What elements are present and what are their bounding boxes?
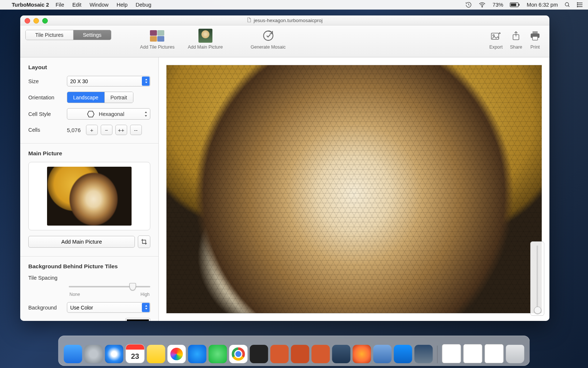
orientation-portrait[interactable]: Portrait bbox=[105, 92, 133, 103]
cellstyle-value: Hexagonal bbox=[99, 111, 124, 117]
window-zoom-button[interactable] bbox=[42, 18, 48, 24]
menu-debug[interactable]: Debug bbox=[136, 2, 151, 8]
cells-minus[interactable]: − bbox=[101, 125, 112, 135]
svg-point-11 bbox=[577, 6, 578, 7]
mode-segmented-control: Tile Pictures Settings bbox=[25, 30, 111, 40]
dock-doc-2[interactable] bbox=[463, 344, 483, 363]
battery-icon[interactable] bbox=[510, 2, 520, 7]
dock-app-p3[interactable] bbox=[312, 345, 330, 363]
add-main-picture-label: Add Main Picture bbox=[188, 45, 223, 50]
section-layout: Layout Size 20 X 30 Orientation Land bbox=[20, 57, 158, 144]
tab-tile-pictures[interactable]: Tile Pictures bbox=[26, 30, 74, 40]
zoom-slider[interactable] bbox=[530, 241, 544, 316]
app-name[interactable]: TurboMosaic 2 bbox=[12, 2, 49, 8]
background-mode-select[interactable]: Use Color bbox=[67, 302, 150, 313]
svg-point-9 bbox=[577, 3, 578, 3]
spotlight-icon[interactable] bbox=[564, 2, 570, 8]
tiles-icon bbox=[150, 30, 165, 42]
tile-spacing-slider[interactable] bbox=[69, 283, 150, 290]
document-icon bbox=[247, 17, 251, 24]
dock-app-firefox[interactable] bbox=[353, 345, 371, 363]
dock-app-p1[interactable] bbox=[270, 345, 289, 363]
dock-app-terminal[interactable] bbox=[250, 345, 268, 363]
svg-point-4 bbox=[565, 3, 569, 6]
settings-sidebar[interactable]: Layout Size 20 X 30 Orientation Land bbox=[20, 57, 159, 321]
background-color-well[interactable] bbox=[125, 318, 150, 321]
cells-plus[interactable]: + bbox=[86, 125, 98, 135]
share-label: Share bbox=[510, 45, 522, 50]
toolbar: Tile Pictures Settings Add Tile Pictures… bbox=[20, 25, 549, 57]
window-close-button[interactable] bbox=[25, 18, 30, 24]
cells-minus-minus[interactable]: -- bbox=[130, 125, 142, 135]
print-button[interactable]: Print bbox=[530, 28, 541, 50]
dock-app-safari[interactable] bbox=[105, 345, 123, 363]
mosaic-preview[interactable] bbox=[166, 65, 542, 314]
crop-button[interactable] bbox=[138, 236, 150, 248]
tile-spacing-high: High bbox=[140, 292, 150, 297]
add-tile-pictures-button[interactable]: Add Tile Pictures bbox=[140, 28, 175, 50]
hexagon-icon bbox=[87, 111, 94, 117]
window-controls bbox=[25, 18, 48, 24]
section-background: Background Behind Picture Tiles Tile Spa… bbox=[20, 256, 158, 321]
dock-trash[interactable] bbox=[506, 345, 524, 363]
cellstyle-select[interactable]: Hexagonal bbox=[67, 108, 150, 120]
svg-point-10 bbox=[577, 4, 578, 5]
tile-spacing-knob[interactable] bbox=[129, 283, 136, 290]
dock-app-xcode[interactable] bbox=[394, 345, 412, 363]
macos-menubar: TurboMosaic 2 File Edit Window Help Debu… bbox=[0, 0, 588, 10]
generate-mosaic-button[interactable]: Generate Mosaic bbox=[251, 28, 286, 50]
dock-app-notes[interactable] bbox=[147, 345, 165, 363]
menu-window[interactable]: Window bbox=[90, 2, 109, 8]
svg-rect-18 bbox=[533, 36, 538, 40]
battery-percent: 73% bbox=[492, 2, 503, 8]
dock-doc-3[interactable] bbox=[485, 344, 504, 363]
timemachine-icon[interactable] bbox=[465, 1, 472, 8]
svg-rect-16 bbox=[533, 31, 538, 33]
main-picture-preview[interactable] bbox=[28, 162, 150, 230]
menubar-clock[interactable]: Mon 6:32 pm bbox=[527, 2, 558, 8]
wifi-icon[interactable] bbox=[478, 2, 486, 7]
orientation-landscape[interactable]: Landscape bbox=[67, 92, 105, 103]
dock-app-finder[interactable] bbox=[64, 345, 82, 363]
orientation-segmented: Landscape Portrait bbox=[67, 92, 133, 103]
background-mode-label: Background bbox=[28, 305, 67, 311]
orientation-label: Orientation bbox=[28, 95, 67, 100]
svg-rect-2 bbox=[519, 4, 520, 6]
menu-help[interactable]: Help bbox=[116, 2, 128, 8]
dock-app-chrome[interactable] bbox=[229, 345, 248, 363]
dock-app-appstore[interactable] bbox=[188, 345, 207, 363]
cells-plus-plus[interactable]: ++ bbox=[115, 125, 127, 135]
tab-settings[interactable]: Settings bbox=[74, 30, 111, 40]
size-select[interactable]: 20 X 30 bbox=[67, 76, 150, 86]
export-button[interactable]: Export bbox=[490, 28, 503, 50]
dock-separator bbox=[437, 346, 438, 363]
dock-app-launchpad[interactable] bbox=[85, 345, 103, 363]
canvas-area bbox=[159, 57, 549, 321]
window-title: jesus-hexagon.turbomosaicproj bbox=[254, 18, 323, 23]
add-tile-pictures-label: Add Tile Pictures bbox=[140, 45, 175, 50]
printer-icon bbox=[530, 28, 541, 43]
window-minimize-button[interactable] bbox=[33, 18, 39, 24]
dock-app-p2[interactable] bbox=[291, 345, 309, 363]
size-label: Size bbox=[28, 78, 67, 84]
svg-rect-3 bbox=[511, 3, 516, 6]
dock-doc-1[interactable] bbox=[442, 344, 461, 363]
cells-value: 5,076 bbox=[67, 127, 81, 133]
add-main-picture-button[interactable]: Add Main Picture bbox=[188, 28, 223, 50]
dock-app-generic2[interactable] bbox=[373, 345, 392, 363]
dock-app-generic1[interactable] bbox=[332, 345, 351, 363]
share-button[interactable]: Share bbox=[510, 28, 522, 50]
portrait-icon bbox=[198, 29, 212, 43]
menu-edit[interactable]: Edit bbox=[72, 2, 82, 8]
dock-app-art[interactable] bbox=[415, 345, 433, 363]
dock-app-messages[interactable] bbox=[209, 345, 227, 363]
cells-label: Cells bbox=[28, 127, 67, 133]
dock-app-photos[interactable] bbox=[168, 345, 186, 363]
menu-file[interactable]: File bbox=[55, 2, 64, 8]
section-main-picture: Main Picture Add Main Picture bbox=[20, 144, 158, 256]
section-main-picture-heading: Main Picture bbox=[28, 150, 150, 157]
notification-center-icon[interactable] bbox=[577, 2, 583, 7]
add-main-picture-button[interactable]: Add Main Picture bbox=[28, 236, 135, 248]
zoom-knob[interactable] bbox=[534, 307, 541, 314]
dock-app-calendar[interactable]: 23 bbox=[126, 344, 145, 363]
